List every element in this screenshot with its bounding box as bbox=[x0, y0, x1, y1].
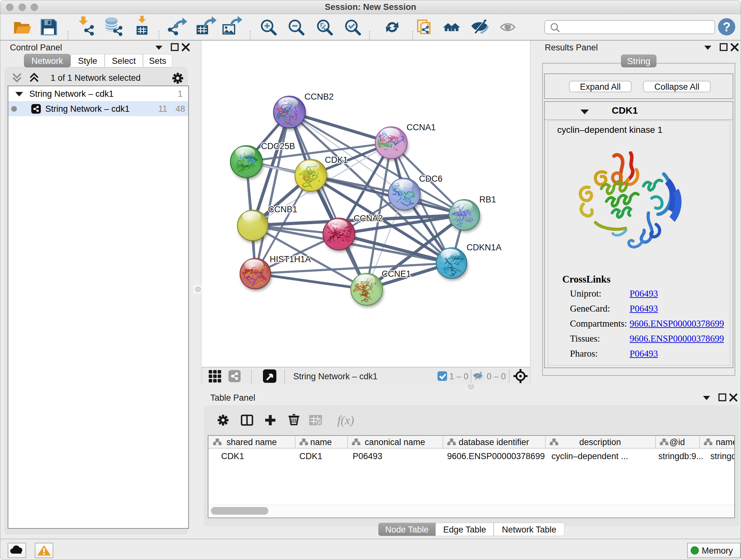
svg-text:f(x): f(x) bbox=[337, 414, 354, 427]
svg-text:CDC6: CDC6 bbox=[419, 174, 443, 184]
svg-text:CCNA2: CCNA2 bbox=[354, 213, 383, 223]
svg-text:RB1: RB1 bbox=[479, 195, 496, 204]
svg-text:CDC25B: CDC25B bbox=[261, 141, 295, 151]
svg-text:CCNB1: CCNB1 bbox=[268, 205, 297, 214]
svg-text:CDK1: CDK1 bbox=[325, 155, 348, 165]
svg-text:CCNA1: CCNA1 bbox=[407, 123, 436, 132]
svg-text:HIST1H1A: HIST1H1A bbox=[270, 254, 311, 264]
svg-text:0 – 0: 0 – 0 bbox=[487, 372, 506, 381]
svg-text:CDKN1A: CDKN1A bbox=[467, 243, 502, 252]
svg-text:1 – 0: 1 – 0 bbox=[449, 372, 468, 381]
svg-text:CCNE1: CCNE1 bbox=[382, 269, 411, 279]
svg-text:?: ? bbox=[723, 20, 731, 34]
svg-text:String Network – cdk1: String Network – cdk1 bbox=[293, 372, 378, 381]
svg-text:CCNB2: CCNB2 bbox=[305, 92, 334, 102]
